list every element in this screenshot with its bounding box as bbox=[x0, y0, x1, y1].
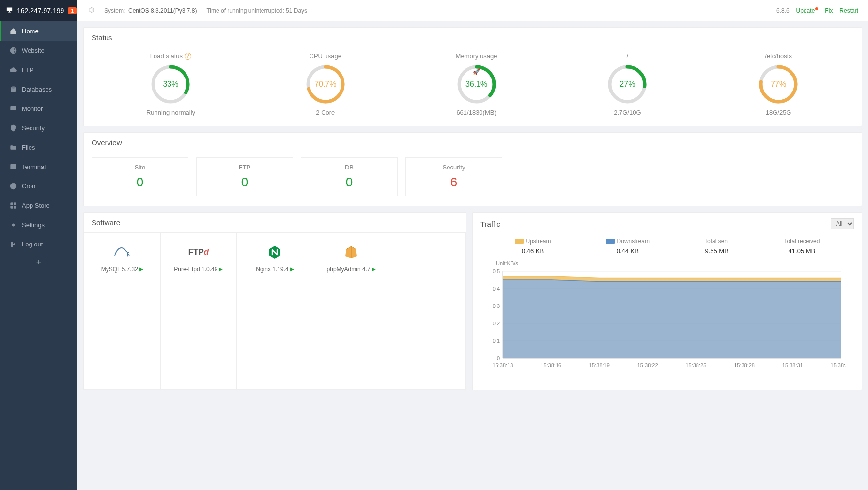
sidebar-item-home[interactable]: Home bbox=[0, 21, 78, 41]
sidebar-header: 162.247.97.199 1 bbox=[0, 0, 78, 21]
overview-title: Overview bbox=[84, 133, 862, 153]
traffic-stat: Downstream0.44 KB bbox=[606, 238, 650, 255]
sidebar-item-settings[interactable]: Settings bbox=[0, 215, 78, 234]
pma-icon bbox=[344, 245, 358, 259]
overview-panel: Overview Site0FTP0DB0Security6 bbox=[83, 132, 862, 206]
gauge-value: 77% bbox=[758, 63, 799, 105]
gauge[interactable]: / 27%2.7G/10G bbox=[606, 52, 648, 116]
overview-card-security[interactable]: Security6 bbox=[405, 157, 502, 196]
version-label: 6.8.6 bbox=[776, 7, 790, 14]
overview-card-site[interactable]: Site0 bbox=[92, 157, 188, 196]
update-link[interactable]: Update bbox=[796, 7, 819, 14]
svg-text:0.2: 0.2 bbox=[493, 321, 500, 326]
svg-text:15:38:16: 15:38:16 bbox=[541, 362, 561, 368]
sidebar-item-label: Cron bbox=[22, 183, 35, 190]
overview-card-value: 0 bbox=[137, 175, 143, 190]
traffic-stat-label: Downstream bbox=[606, 238, 650, 245]
logout-icon bbox=[9, 240, 17, 248]
legend-icon bbox=[515, 239, 524, 244]
gauge-label: Load status ? bbox=[150, 52, 191, 60]
alert-badge[interactable]: 1 bbox=[68, 7, 77, 14]
gauge[interactable]: Load status ?33%Running normally bbox=[146, 52, 195, 116]
svg-text:0: 0 bbox=[497, 355, 500, 361]
sidebar-item-label: Files bbox=[22, 144, 35, 151]
sidebar-item-files[interactable]: Files bbox=[0, 138, 78, 157]
clock-icon bbox=[9, 182, 17, 190]
sidebar-item-website[interactable]: Website bbox=[0, 41, 78, 60]
sidebar-item-label: FTP bbox=[22, 66, 34, 74]
software-name: phpMyAdmin 4.7▶ bbox=[327, 266, 376, 273]
overview-card-ftp[interactable]: FTP0 bbox=[196, 157, 293, 196]
fix-link[interactable]: Fix bbox=[825, 7, 833, 14]
sidebar-item-label: Settings bbox=[22, 221, 45, 229]
sidebar: 162.247.97.199 1 HomeWebsiteFTPDatabases… bbox=[0, 0, 78, 490]
svg-text:15:38:34: 15:38:34 bbox=[831, 362, 846, 368]
nginx-icon bbox=[268, 245, 281, 259]
software-item[interactable]: FTPdPure-Ftpd 1.0.49▶ bbox=[161, 233, 237, 285]
svg-text:0.1: 0.1 bbox=[493, 338, 500, 344]
overview-card-db[interactable]: DB0 bbox=[301, 157, 398, 196]
sidebar-item-app-store[interactable]: App Store bbox=[0, 196, 78, 215]
sidebar-add-button[interactable]: + bbox=[0, 254, 78, 271]
software-empty-cell bbox=[237, 337, 313, 390]
traffic-title: Traffic bbox=[480, 220, 500, 228]
traffic-chart: 00.10.20.30.40.515:38:1315:38:1615:38:19… bbox=[487, 268, 846, 370]
sidebar-item-security[interactable]: Security bbox=[0, 118, 78, 138]
gauge[interactable]: Memory usage 🚀36.1%661/1830(MB) bbox=[456, 52, 497, 116]
overview-card-label: Security bbox=[443, 164, 465, 171]
status-title: Status bbox=[84, 28, 862, 47]
software-item[interactable]: MySQL 5.7.32▶ bbox=[84, 233, 161, 285]
grid-icon bbox=[9, 201, 17, 209]
gauge-label: /etc/hosts bbox=[765, 52, 792, 60]
traffic-stat-value: 0.44 KB bbox=[606, 247, 650, 255]
traffic-stat-label: Total received bbox=[784, 238, 820, 245]
gauge[interactable]: /etc/hosts 77%18G/25G bbox=[758, 52, 799, 116]
traffic-stat: Total sent9.55 MB bbox=[704, 238, 729, 255]
monitor-icon bbox=[9, 105, 17, 112]
traffic-stat-value: 0.46 KB bbox=[515, 247, 551, 255]
gauge-sub: 18G/25G bbox=[766, 109, 791, 116]
gauge-sub: Running normally bbox=[146, 109, 195, 116]
update-dot-icon bbox=[815, 7, 818, 10]
traffic-interface-select[interactable]: All bbox=[831, 218, 854, 229]
play-icon: ▶ bbox=[372, 266, 376, 272]
folder-icon bbox=[9, 143, 17, 151]
sidebar-item-label: Security bbox=[22, 124, 45, 132]
svg-text:15:38:31: 15:38:31 bbox=[782, 362, 803, 368]
software-empty-cell bbox=[161, 285, 237, 337]
svg-text:0.3: 0.3 bbox=[493, 303, 500, 309]
sidebar-item-monitor[interactable]: Monitor bbox=[0, 99, 78, 118]
software-empty-cell bbox=[84, 337, 161, 390]
software-empty-cell bbox=[389, 337, 466, 390]
traffic-stat-value: 9.55 MB bbox=[704, 247, 729, 255]
svg-text:0.4: 0.4 bbox=[493, 286, 500, 291]
chart-unit-label: Unit:KB/s bbox=[496, 260, 852, 266]
topbar: System: CentOS 8.3.2011(Py3.7.8) Time of… bbox=[78, 0, 868, 21]
sidebar-item-ftp[interactable]: FTP bbox=[0, 60, 78, 79]
sidebar-item-cron[interactable]: Cron bbox=[0, 176, 78, 196]
software-item[interactable]: Nginx 1.19.4▶ bbox=[237, 233, 313, 285]
gauge-label: Memory usage bbox=[456, 52, 497, 60]
help-icon[interactable]: ? bbox=[185, 53, 191, 60]
sidebar-item-databases[interactable]: Databases bbox=[0, 79, 78, 99]
uptime-label: Time of running uninterrupted: 51 Days bbox=[206, 7, 307, 14]
software-empty-cell bbox=[237, 285, 313, 337]
restart-link[interactable]: Restart bbox=[839, 7, 858, 14]
globe-icon bbox=[9, 46, 17, 54]
gauge[interactable]: CPU usage 70.7%2 Core bbox=[305, 52, 346, 116]
traffic-stat-value: 41.05 MB bbox=[784, 247, 820, 255]
status-panel: Status Load status ?33%Running normallyC… bbox=[83, 27, 862, 126]
gear-icon[interactable] bbox=[87, 6, 94, 15]
gauge-value: 70.7% bbox=[305, 63, 346, 105]
sidebar-item-log-out[interactable]: Log out bbox=[0, 234, 78, 254]
traffic-panel: Traffic All Upstream0.46 KBDownstream0.4… bbox=[472, 212, 862, 390]
overview-card-value: 0 bbox=[346, 175, 353, 190]
home-icon bbox=[9, 27, 17, 35]
sidebar-item-terminal[interactable]: Terminal bbox=[0, 157, 78, 176]
software-empty-cell bbox=[84, 285, 161, 337]
gauge-value: 36.1% bbox=[456, 63, 497, 105]
software-empty-cell bbox=[389, 233, 466, 285]
system-label: System: CentOS 8.3.2011(Py3.7.8) bbox=[104, 7, 197, 14]
software-item[interactable]: phpMyAdmin 4.7▶ bbox=[313, 233, 390, 285]
svg-text:15:38:25: 15:38:25 bbox=[685, 362, 706, 368]
